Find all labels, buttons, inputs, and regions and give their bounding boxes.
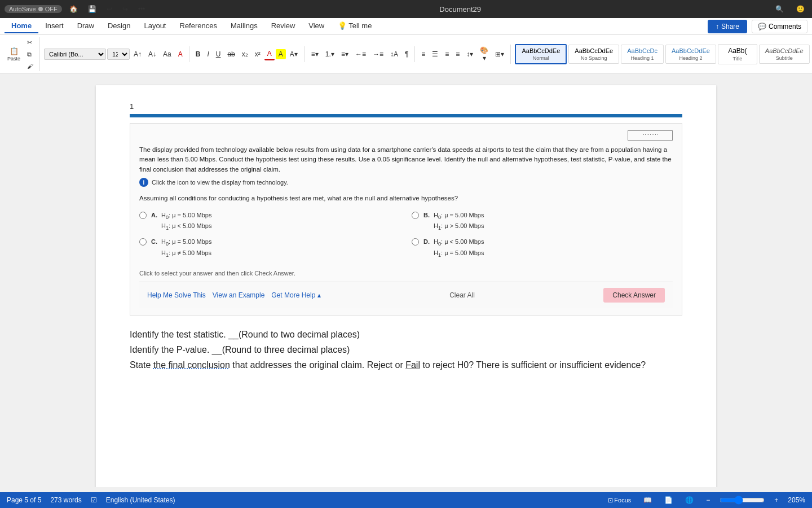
tab-tellme[interactable]: 💡 Tell me [331,19,378,33]
text-effects-icon[interactable]: A [175,49,186,60]
paste-button[interactable]: 📋 Paste [5,45,23,63]
style-heading1[interactable]: AaBbCcDc Heading 1 [621,45,664,64]
zoom-in-button[interactable]: + [771,494,781,506]
style-subtitle[interactable]: AaBbCcDdEe Subtitle [759,45,810,64]
undo-icon[interactable]: ↩ [104,3,115,15]
decrease-font-icon[interactable]: A↓ [145,49,159,60]
footer-btn-bar: Help Me Solve This View an Example Get M… [139,282,673,308]
get-more-help-button[interactable]: Get More Help ▴ [271,291,320,299]
comments-button[interactable]: 💬 Comments [752,20,807,33]
copy-icon[interactable]: ⧉ [24,49,36,60]
zoom-slider[interactable] [720,496,765,505]
multilevel-button[interactable]: ≡▾ [338,49,351,60]
language: English (United States) [106,496,175,504]
redo-icon[interactable]: ↪ [120,3,131,15]
info-text: Click the icon to view the display from … [152,178,288,187]
cut-icon[interactable]: ✂ [24,37,36,48]
statusbar-right: ⊡ Focus 📖 📄 🌐 − + 205% [605,494,805,506]
style-title[interactable]: AaBb( Title [718,44,757,64]
spell-check-icon[interactable]: ☑ [91,496,97,504]
option-b[interactable]: B. H0: μ = 5.00 Mbps H1: μ > 5.00 Mbps [412,211,673,233]
style-normal[interactable]: AaBbCcDdEe Normal [515,44,567,64]
emoji-icon[interactable]: 🙂 [793,3,807,15]
format-painter-icon[interactable]: 🖌 [24,61,36,71]
tab-draw[interactable]: Draw [70,19,101,33]
numbering-button[interactable]: 1.▾ [323,49,337,60]
view-example-button[interactable]: View an Example [213,291,265,299]
hypothesis-question: Assuming all conditions for conducting a… [139,194,673,203]
tab-mailings[interactable]: Mailings [224,19,264,33]
option-a[interactable]: A. H0: μ = 5.00 Mbps H1: μ < 5.00 Mbps [139,211,400,233]
justify-button[interactable]: ≡ [453,49,462,60]
line-spacing-button[interactable]: ↕▾ [464,49,476,60]
align-right-button[interactable]: ≡ [442,49,452,60]
check-answer-button[interactable]: Check Answer [603,288,665,303]
increase-font-icon[interactable]: A↑ [131,49,144,60]
clear-all-button[interactable]: Clear All [449,291,475,299]
case-icon[interactable]: Aa [160,49,174,60]
search-icon[interactable]: 🔍 [773,3,787,15]
sort-button[interactable]: ↕A [387,49,401,60]
font-name-select[interactable]: Calibri (Bo... [44,49,106,60]
shading-button[interactable]: A▾ [287,49,301,60]
shading2-button[interactable]: 🎨▾ [477,45,491,64]
tech-display[interactable]: ⋯⋯⋯ [628,130,673,141]
option-d-text: D. H0: μ < 5.00 Mbps H1: μ = 5.00 Mbps [423,237,484,260]
tab-insert[interactable]: Insert [38,19,70,33]
align-center-button[interactable]: ☰ [429,49,441,60]
option-c-radio[interactable] [139,238,147,246]
print-layout-button[interactable]: 📄 [661,494,676,506]
help-me-solve-button[interactable]: Help Me Solve This [147,291,206,299]
bullets-button[interactable]: ≡▾ [308,49,321,60]
italic-button[interactable]: I [204,49,211,60]
underline-button[interactable]: U [213,49,224,60]
option-a-radio[interactable] [139,212,147,219]
tab-home[interactable]: Home [5,19,38,33]
borders-button[interactable]: ⊞▾ [492,49,507,60]
document-title: Document29 [148,5,773,14]
tab-design[interactable]: Design [101,19,137,33]
superscript-button[interactable]: x² [252,49,263,60]
info-icon[interactable]: i [139,178,148,187]
option-c[interactable]: C. H0: μ = 5.00 Mbps H1: μ ≠ 5.00 Mbps [139,237,400,260]
align-left-button[interactable]: ≡ [418,49,428,60]
web-layout-button[interactable]: 🌐 [682,494,696,506]
option-b-radio[interactable] [412,212,419,219]
autosave-state: OFF [45,6,58,12]
save-icon[interactable]: 💾 [85,3,99,15]
font-size-select[interactable]: 12 [107,49,130,60]
focus-button[interactable]: ⊡ Focus [605,495,634,506]
share-button[interactable]: ↑ Share [708,20,747,33]
tab-view[interactable]: View [302,19,331,33]
autosave-dot [38,7,43,11]
read-mode-button[interactable]: 📖 [641,494,655,506]
option-d-radio[interactable] [412,238,419,246]
tab-references[interactable]: References [173,19,224,33]
style-no-spacing[interactable]: AaBbCcDdEe No Spacing [568,45,619,64]
status-bar: Page 5 of 5 273 words ☑ English (United … [0,492,812,508]
tab-review[interactable]: Review [264,19,302,33]
strikethrough-button[interactable]: ab [224,49,237,60]
show-formatting-button[interactable]: ¶ [402,49,411,60]
option-c-h1: H1: μ ≠ 5.00 Mbps [161,249,211,256]
bold-button[interactable]: B [193,49,204,60]
zoom-out-button[interactable]: − [703,494,713,506]
document: 1 ⋯⋯⋯ The display provided from technolo… [96,85,716,487]
autosave-badge[interactable]: AutoSave OFF [5,5,62,13]
home-icon[interactable]: 🏠 [67,3,81,15]
ribbon-right-actions: ↑ Share 💬 Comments [708,20,807,33]
clipboard-group: 📋 Paste ✂ ⧉ 🖌 [5,37,40,71]
increase-indent-button[interactable]: →≡ [370,49,386,60]
style-heading2[interactable]: AaBbCcDdEe Heading 2 [665,45,716,64]
subscript-button[interactable]: x₂ [239,49,251,60]
font-color-button[interactable]: A [264,48,275,60]
tab-layout[interactable]: Layout [137,19,173,33]
option-d[interactable]: D. H0: μ < 5.00 Mbps H1: μ = 5.00 Mbps [412,237,673,260]
highlight-button[interactable]: A [276,49,286,59]
focus-icon: ⊡ [608,497,613,504]
final-conclusion-underline: the final conclusion [153,360,230,370]
question-text: The display provided from technology ava… [139,145,673,174]
option-d-h1: H1: μ = 5.00 Mbps [434,249,484,256]
more-icon[interactable]: ••• [135,3,148,15]
decrease-indent-button[interactable]: ←≡ [352,49,369,60]
